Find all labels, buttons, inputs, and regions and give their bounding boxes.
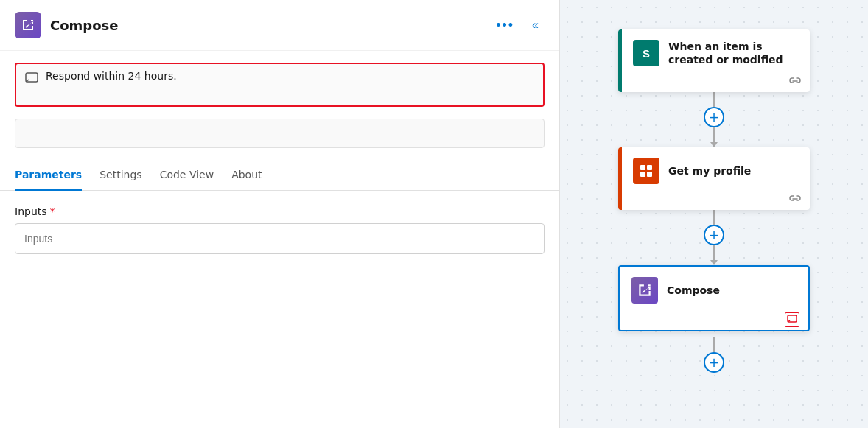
content-box [15, 119, 545, 148]
sharepoint-icon-box: S [633, 40, 659, 66]
get-profile-node[interactable]: Get my profile [618, 147, 810, 210]
connector-arrow-1 [710, 142, 718, 147]
trigger-link-icon [789, 75, 801, 89]
panel-header: Compose ••• « [0, 0, 559, 51]
header-actions: ••• « [490, 15, 545, 36]
trigger-node-title: When an item is created or modified [668, 40, 798, 66]
collapse-button[interactable]: « [526, 15, 545, 35]
compose-node-title: Compose [667, 284, 720, 297]
compose-header-icon [21, 18, 35, 32]
title-group: Compose [15, 12, 119, 38]
get-profile-link-icon [789, 193, 801, 207]
more-options-button[interactable]: ••• [490, 15, 520, 36]
tab-settings[interactable]: Settings [99, 160, 141, 191]
message-preview-area: Respond within 24 hours. [15, 63, 545, 107]
compose-node[interactable]: Compose [618, 265, 810, 331]
svg-rect-2 [647, 165, 652, 170]
office-icon-box [633, 158, 659, 184]
connector-line-bottom [713, 337, 715, 352]
connector-1: + [704, 92, 724, 147]
sharepoint-letter: S [643, 47, 650, 60]
add-step-bottom-button[interactable]: + [704, 352, 724, 373]
connector-line-2 [713, 210, 715, 225]
trigger-node-footer [618, 72, 810, 92]
connector-line-2b [713, 245, 715, 260]
bottom-add-area: + [704, 337, 724, 373]
compose-node-footer [620, 309, 808, 330]
trigger-node[interactable]: S When an item is created or modified [618, 29, 810, 92]
svg-rect-1 [640, 165, 645, 170]
tab-about[interactable]: About [231, 160, 262, 191]
message-icon [25, 71, 38, 88]
compose-icon-box-node [631, 277, 658, 304]
inputs-label: Inputs * [15, 206, 545, 217]
right-panel: S When an item is created or modified + [560, 0, 868, 428]
get-profile-node-footer [618, 190, 810, 210]
parameters-content: Inputs * [0, 191, 559, 269]
message-text: Respond within 24 hours. [46, 70, 177, 82]
compose-icon-box [15, 12, 41, 38]
flow-canvas: S When an item is created or modified + [560, 0, 868, 428]
svg-rect-3 [640, 172, 645, 177]
svg-rect-4 [647, 172, 652, 177]
add-step-2-button[interactable]: + [704, 225, 724, 245]
tab-code-view[interactable]: Code View [160, 160, 214, 191]
tabs-bar: Parameters Settings Code View About [0, 160, 559, 191]
required-indicator: * [50, 206, 55, 217]
add-step-1-button[interactable]: + [704, 107, 724, 127]
node-left-bar-teal [618, 29, 622, 92]
compose-comment-icon[interactable] [785, 312, 799, 327]
get-profile-node-title: Get my profile [668, 164, 751, 178]
inputs-field[interactable] [15, 223, 545, 254]
tab-parameters[interactable]: Parameters [15, 160, 82, 191]
left-panel: Compose ••• « Respond within 24 hours. P… [0, 0, 560, 428]
connector-line-1b [713, 127, 715, 142]
connector-2: + [704, 210, 724, 265]
connector-line-1 [713, 92, 715, 107]
connector-arrow-2 [710, 260, 718, 265]
panel-title: Compose [50, 18, 119, 33]
node-left-bar-orange [618, 147, 622, 210]
